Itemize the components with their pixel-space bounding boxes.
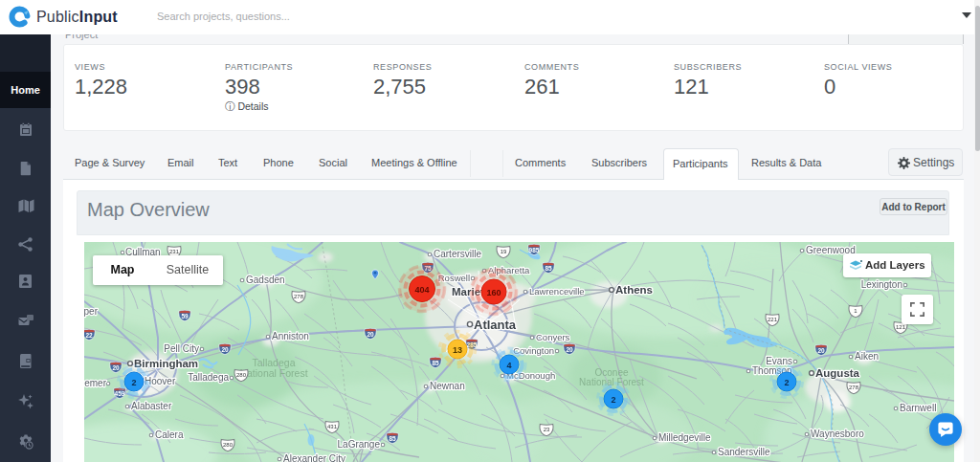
svg-text:431: 431 bbox=[327, 424, 338, 429]
svg-text:4: 4 bbox=[506, 361, 511, 370]
svg-text:280: 280 bbox=[223, 442, 234, 448]
svg-text:Waynesboro: Waynesboro bbox=[811, 429, 864, 439]
svg-text:Anniston: Anniston bbox=[272, 331, 309, 341]
svg-text:Pell City: Pell City bbox=[164, 343, 199, 354]
svg-text:Lexington: Lexington bbox=[861, 279, 902, 290]
svg-text:2: 2 bbox=[784, 378, 789, 387]
svg-text:Milledgeville: Milledgeville bbox=[658, 432, 711, 443]
svg-text:20: 20 bbox=[221, 346, 229, 353]
svg-text:59: 59 bbox=[181, 313, 189, 319]
svg-text:85: 85 bbox=[432, 360, 439, 366]
svg-text:Lawrenceville: Lawrenceville bbox=[529, 286, 585, 297]
svg-text:2: 2 bbox=[131, 378, 136, 387]
svg-text:20: 20 bbox=[367, 331, 374, 338]
svg-text:278: 278 bbox=[849, 385, 859, 390]
svg-text:13: 13 bbox=[453, 345, 462, 355]
svg-text:National Forest: National Forest bbox=[579, 377, 644, 387]
svg-text:20: 20 bbox=[566, 346, 573, 353]
svg-text:121: 121 bbox=[896, 324, 906, 330]
svg-text:20: 20 bbox=[817, 347, 825, 354]
svg-text:23: 23 bbox=[544, 427, 550, 432]
svg-text:85: 85 bbox=[545, 265, 552, 272]
svg-text:Cartersville: Cartersville bbox=[434, 249, 481, 259]
svg-text:160: 160 bbox=[486, 288, 501, 297]
svg-text:Conyers: Conyers bbox=[536, 332, 570, 342]
svg-text:985: 985 bbox=[529, 247, 540, 253]
svg-text:Talladega: Talladega bbox=[188, 372, 229, 383]
svg-text:Sandersville: Sandersville bbox=[718, 447, 770, 457]
svg-text:404: 404 bbox=[414, 285, 429, 295]
svg-text:Augusta: Augusta bbox=[815, 367, 860, 379]
svg-text:Barnwell: Barnwell bbox=[900, 403, 936, 413]
svg-text:Atlanta: Atlanta bbox=[474, 318, 517, 332]
svg-text:Alabaster: Alabaster bbox=[131, 401, 172, 411]
svg-text:Aiken: Aiken bbox=[855, 351, 879, 362]
svg-text:National Forest: National Forest bbox=[239, 367, 307, 379]
svg-text:LaGrange: LaGrange bbox=[338, 439, 381, 450]
svg-text:2: 2 bbox=[611, 395, 615, 405]
svg-text:20: 20 bbox=[112, 364, 120, 371]
svg-text:Calera: Calera bbox=[155, 429, 184, 440]
svg-text:Gadsden: Gadsden bbox=[246, 275, 285, 285]
svg-text:Birmingham: Birmingham bbox=[134, 358, 198, 369]
svg-text:Alexander City: Alexander City bbox=[283, 453, 345, 462]
svg-text:231: 231 bbox=[169, 249, 180, 254]
svg-text:22: 22 bbox=[85, 332, 93, 339]
svg-text:85: 85 bbox=[389, 435, 396, 442]
svg-text:Bessemer: Bessemer bbox=[84, 378, 107, 388]
svg-text:Athens: Athens bbox=[615, 284, 653, 296]
svg-text:278: 278 bbox=[294, 294, 304, 299]
svg-text:Jasper: Jasper bbox=[84, 306, 99, 317]
svg-text:280: 280 bbox=[236, 372, 247, 378]
svg-text:Newnan: Newnan bbox=[430, 381, 465, 391]
svg-text:19: 19 bbox=[501, 249, 507, 254]
svg-text:221: 221 bbox=[768, 317, 778, 322]
